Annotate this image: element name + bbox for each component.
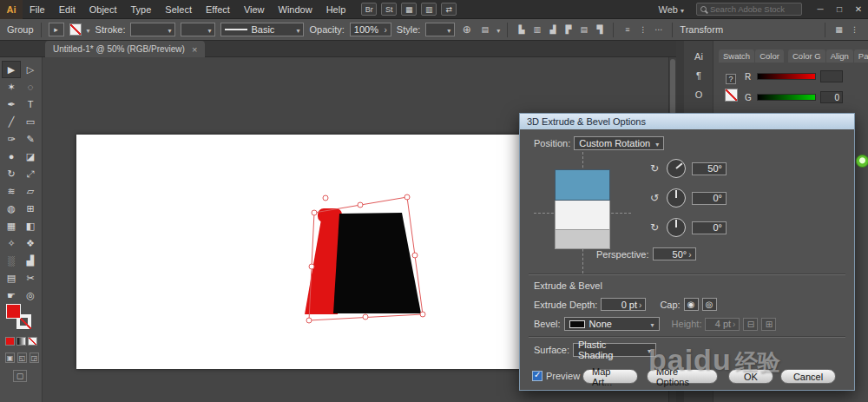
menu-object[interactable]: Object xyxy=(82,0,124,19)
channel-slider[interactable] xyxy=(757,73,816,80)
tab-color[interactable]: Color xyxy=(755,49,784,63)
eyedropper-tool[interactable]: ✧ xyxy=(2,234,21,252)
align-top-icon[interactable]: ▛ xyxy=(562,23,575,36)
chevron-down-icon[interactable] xyxy=(496,24,500,35)
draw-inside-icon[interactable]: ◲ xyxy=(30,353,39,363)
distribute-vertical-icon[interactable]: ≡ xyxy=(621,23,634,36)
menu-file[interactable]: File xyxy=(23,0,52,19)
tab-swatches[interactable]: Swatch xyxy=(719,49,754,63)
fill-color-swatch[interactable] xyxy=(6,304,21,319)
chevron-down-icon[interactable] xyxy=(87,24,90,35)
panel-paragraph-icon[interactable]: ¶ xyxy=(684,70,713,81)
rotate-tool[interactable]: ↻ xyxy=(2,165,21,182)
panel-ai-icon[interactable]: Ai xyxy=(684,51,713,62)
minimize-button[interactable]: ─ xyxy=(811,0,830,19)
workspace-switcher[interactable]: Web xyxy=(659,4,684,15)
tab-close-icon[interactable]: × xyxy=(192,44,197,55)
arrange-documents-icon[interactable]: ▦ xyxy=(401,3,417,16)
brush-definition-combo[interactable]: Basic xyxy=(220,23,304,36)
selection-handle[interactable] xyxy=(363,314,368,320)
lasso-tool[interactable]: ◌ xyxy=(21,78,40,96)
document-setup-icon[interactable]: ▤ xyxy=(478,23,491,36)
artboard-tool[interactable]: ▤ xyxy=(2,269,21,287)
selection-handle[interactable] xyxy=(404,194,410,200)
scale-tool[interactable]: ⤢ xyxy=(21,165,40,182)
rotate-y-dial[interactable] xyxy=(667,188,686,208)
slice-tool[interactable]: ✂ xyxy=(21,269,40,287)
direct-selection-tool[interactable]: ▷ xyxy=(21,61,40,78)
track-cube[interactable] xyxy=(555,169,610,249)
align-bottom-icon[interactable]: ▜ xyxy=(593,23,606,36)
pen-tool[interactable]: ✒ xyxy=(2,96,21,113)
extrude-depth-field[interactable]: 0 pt xyxy=(601,298,646,311)
align-left-icon[interactable]: ▙ xyxy=(515,23,528,36)
rectangle-tool[interactable]: ▭ xyxy=(21,113,40,130)
width-tool[interactable]: ≋ xyxy=(2,182,21,200)
globe-icon[interactable]: ⊕ xyxy=(460,23,473,36)
restore-button[interactable]: □ xyxy=(830,0,849,19)
stock-search[interactable] xyxy=(696,3,802,16)
perspective-grid-tool[interactable]: ⊞ xyxy=(21,200,40,217)
mesh-tool[interactable]: ▦ xyxy=(2,217,21,234)
anchor-preset-icon[interactable]: ▸ xyxy=(49,23,64,36)
distribute-horizontal-icon[interactable]: ⋮ xyxy=(636,23,649,36)
color-button[interactable] xyxy=(5,337,15,346)
menu-type[interactable]: Type xyxy=(124,0,159,19)
rotate-z-dial[interactable] xyxy=(667,218,686,237)
hand-tool[interactable]: ☛ xyxy=(2,287,21,304)
more-options-button[interactable]: More Options xyxy=(647,369,718,384)
zoom-tool[interactable]: ◎ xyxy=(21,287,40,304)
tab-color-guide[interactable]: Color G xyxy=(788,49,825,63)
menu-select[interactable]: Select xyxy=(158,0,199,19)
draw-behind-icon[interactable]: ◱ xyxy=(17,353,27,363)
menu-view[interactable]: View xyxy=(237,0,272,19)
line-segment-tool[interactable]: ╱ xyxy=(2,113,21,130)
rotate-z-field[interactable]: 0° xyxy=(692,221,727,234)
selection-handle[interactable] xyxy=(358,202,363,208)
menu-window[interactable]: Window xyxy=(272,0,319,19)
fill-none-swatch[interactable] xyxy=(69,23,82,36)
channel-value-field[interactable]: 0 xyxy=(820,91,843,103)
selection-handle[interactable] xyxy=(306,318,312,323)
panel-menu-icon[interactable]: ▦ xyxy=(832,23,845,36)
shape-builder-tool[interactable]: ◍ xyxy=(2,200,21,217)
selection-handle[interactable] xyxy=(323,195,328,201)
tab-align[interactable]: Align xyxy=(826,49,853,63)
document-layout-icon[interactable]: ▥ xyxy=(421,3,437,16)
pencil-tool[interactable]: ✎ xyxy=(21,130,40,148)
dialog-title-bar[interactable]: 3D Extrude & Bevel Options xyxy=(520,114,854,129)
help-icon[interactable]: ? xyxy=(726,74,736,84)
perspective-field[interactable]: 50° xyxy=(653,247,696,260)
stock-icon[interactable]: St xyxy=(381,3,397,16)
blob-brush-tool[interactable]: ● xyxy=(2,148,21,165)
selection-handle[interactable] xyxy=(420,312,425,317)
gradient-button[interactable] xyxy=(16,337,26,346)
cancel-button[interactable]: Cancel xyxy=(780,369,836,384)
column-graph-tool[interactable]: ▟ xyxy=(21,252,40,269)
search-input[interactable] xyxy=(710,4,798,14)
transform-label[interactable]: Transform xyxy=(680,24,723,35)
rotate-x-field[interactable]: 50° xyxy=(692,162,727,175)
align-center-icon[interactable]: ▥ xyxy=(530,23,543,36)
selection-handle[interactable] xyxy=(412,253,418,258)
style-combo[interactable] xyxy=(425,23,455,36)
opacity-field[interactable]: 100% xyxy=(350,23,391,36)
cap-off-button[interactable] xyxy=(702,298,717,311)
rotate-x-dial[interactable] xyxy=(667,159,686,178)
position-dropdown[interactable]: Custom Rotation xyxy=(574,136,664,150)
align-middle-icon[interactable]: ▤ xyxy=(577,23,590,36)
color-none-swatch[interactable] xyxy=(725,89,738,102)
rotate-y-field[interactable]: 0° xyxy=(692,192,727,205)
channel-value-field[interactable] xyxy=(820,70,843,82)
bevel-dropdown[interactable]: None xyxy=(564,317,660,331)
channel-slider[interactable] xyxy=(757,94,816,101)
draw-normal-icon[interactable]: ▣ xyxy=(5,353,15,363)
selection-tool[interactable]: ▶ xyxy=(2,61,21,78)
distribute-spacing-icon[interactable]: ⋯ xyxy=(652,23,665,36)
menu-effect[interactable]: Effect xyxy=(199,0,237,19)
ok-button[interactable]: OK xyxy=(728,369,773,384)
menu-help[interactable]: Help xyxy=(319,0,353,19)
close-button[interactable]: ✕ xyxy=(849,0,868,19)
bridge-icon[interactable]: Br xyxy=(361,3,377,16)
scrollbar-thumb[interactable] xyxy=(670,59,675,115)
